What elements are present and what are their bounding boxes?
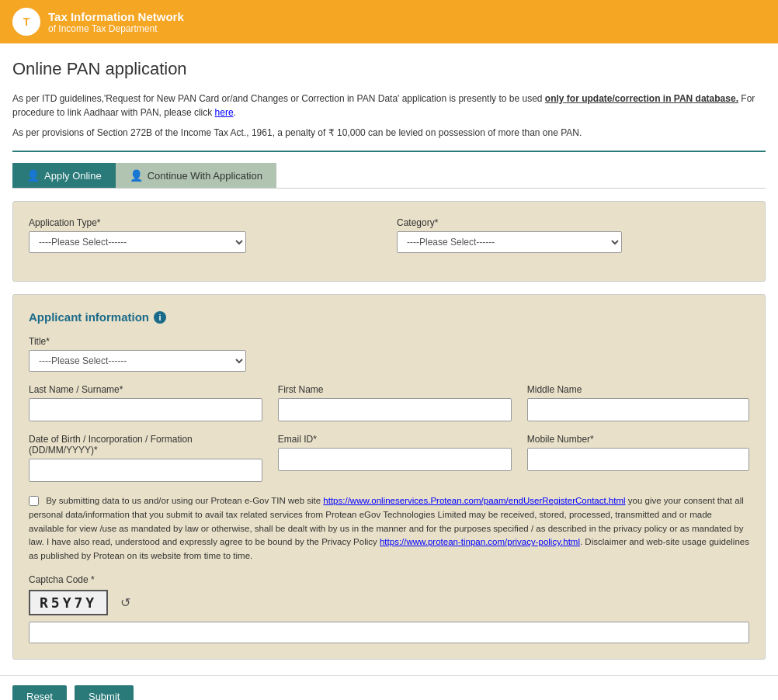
dob-label: Date of Birth / Incorporation / Formatio… <box>29 434 262 456</box>
category-select[interactable]: ----Please Select------ <box>397 231 622 253</box>
mobile-group: Mobile Number* <box>527 434 749 482</box>
captcha-display-row: R5Y7Y ↺ <box>29 590 749 615</box>
notice-2: As per provisions of Section 272B of the… <box>12 126 766 140</box>
site-header: T Tax Information Network of Income Tax … <box>0 0 778 43</box>
main-content: Online PAN application As per ITD guidel… <box>0 43 778 675</box>
mobile-input[interactable] <box>527 448 749 471</box>
email-label: Email ID* <box>278 434 512 445</box>
captcha-image: R5Y7Y <box>29 590 108 615</box>
email-group: Email ID* <box>278 434 512 482</box>
title-group: Title* ----Please Select------ <box>29 336 749 372</box>
divider-top <box>12 151 766 152</box>
consent-text-before: By submitting data to us and/or using ou… <box>46 496 323 505</box>
middle-name-input[interactable] <box>527 398 749 421</box>
first-name-input[interactable] <box>278 398 512 421</box>
mobile-label: Mobile Number* <box>527 434 749 445</box>
dob-group: Date of Birth / Incorporation / Formatio… <box>29 434 262 482</box>
app-type-row: Application Type* ----Please Select-----… <box>29 217 749 253</box>
captcha-section: Captcha Code * R5Y7Y ↺ <box>29 574 749 643</box>
consent-block: By submitting data to us and/or using ou… <box>29 494 749 563</box>
email-input[interactable] <box>278 448 512 471</box>
applicant-section-heading: Applicant information i <box>29 310 749 324</box>
first-name-label: First Name <box>278 384 512 395</box>
here-link[interactable]: here <box>215 107 234 118</box>
submit-button[interactable]: Submit <box>75 685 134 700</box>
svg-text:T: T <box>23 16 30 28</box>
captcha-refresh-button[interactable]: ↺ <box>120 595 130 610</box>
middle-name-label: Middle Name <box>527 384 749 395</box>
title-select[interactable]: ----Please Select------ <box>29 350 246 372</box>
info-icon: i <box>154 311 166 324</box>
consent-link1[interactable]: https://www.onlineservices.Protean.com/p… <box>323 496 625 505</box>
captcha-input[interactable] <box>29 622 749 643</box>
first-name-group: First Name <box>278 384 512 421</box>
application-type-section: Application Type* ----Please Select-----… <box>12 201 766 282</box>
header-text: Tax Information Network of Income Tax De… <box>48 10 184 34</box>
consent-checkbox[interactable] <box>29 496 39 506</box>
title-label: Title* <box>29 336 749 347</box>
last-name-input[interactable] <box>29 398 262 421</box>
tabs-divider <box>12 188 766 189</box>
apply-online-icon: 👤 <box>26 169 40 182</box>
dob-email-mobile-row: Date of Birth / Incorporation / Formatio… <box>29 434 749 482</box>
app-type-label: Application Type* <box>29 217 381 228</box>
page-title: Online PAN application <box>12 59 766 79</box>
reset-button[interactable]: Reset <box>12 685 67 700</box>
continue-icon: 👤 <box>130 169 143 182</box>
tab-apply-online-label: Apply Online <box>44 170 102 182</box>
app-type-group: Application Type* ----Please Select-----… <box>29 217 381 253</box>
tab-continue-application[interactable]: 👤 Continue With Application <box>116 163 276 188</box>
app-type-select[interactable]: ----Please Select------ <box>29 231 246 253</box>
applicant-section: Applicant information i Title* ----Pleas… <box>12 294 766 660</box>
consent-link2[interactable]: https://www.protean-tinpan.com/privacy-p… <box>380 537 580 546</box>
middle-name-group: Middle Name <box>527 384 749 421</box>
header-logo: T <box>12 8 40 36</box>
dob-input[interactable] <box>29 459 262 482</box>
tab-continue-label: Continue With Application <box>148 170 262 182</box>
category-label: Category* <box>397 217 749 228</box>
captcha-label: Captcha Code * <box>29 574 749 585</box>
last-name-group: Last Name / Surname* <box>29 384 262 421</box>
section-heading-text: Applicant information <box>29 310 149 324</box>
tab-apply-online[interactable]: 👤 Apply Online <box>12 163 116 188</box>
tabs-bar: 👤 Apply Online 👤 Continue With Applicati… <box>12 163 766 188</box>
header-title: Tax Information Network <box>48 10 184 23</box>
header-subtitle: of Income Tax Department <box>48 23 184 34</box>
last-name-label: Last Name / Surname* <box>29 384 262 395</box>
category-group: Category* ----Please Select------ <box>397 217 749 253</box>
bottom-action-bar: Reset Submit <box>0 675 778 700</box>
notice-1: As per ITD guidelines,'Request for New P… <box>12 92 766 120</box>
name-row: Last Name / Surname* First Name Middle N… <box>29 384 749 421</box>
